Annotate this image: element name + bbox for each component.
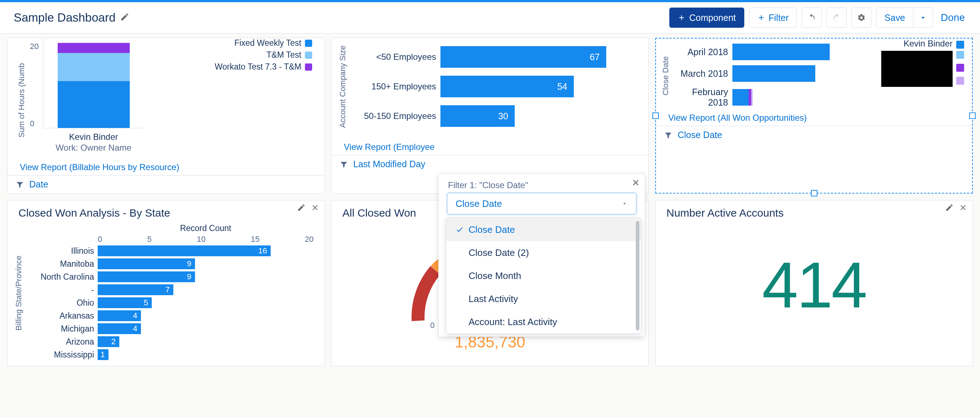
- card-employee-size[interactable]: Account Company Size <50 Employees67 150…: [331, 38, 649, 194]
- popover-option-label: Account: Last Activity: [469, 317, 557, 328]
- c4-row-label: Mississippi: [25, 350, 98, 360]
- legend-item: Fixed Weekly Test: [234, 38, 301, 48]
- popover-option[interactable]: Close Date (2): [446, 241, 641, 264]
- card6-value: 414: [762, 248, 866, 322]
- save-button[interactable]: Save: [876, 8, 913, 28]
- c4-bar[interactable]: 5: [98, 298, 152, 308]
- resize-handle-right[interactable]: [969, 113, 976, 119]
- redo-button[interactable]: [826, 8, 846, 28]
- card1-seg-workato: [58, 43, 130, 53]
- c2-row-label: 150+ Employees: [353, 81, 436, 92]
- card2-rows: <50 Employees67 150+ Employees54 50-150 …: [353, 38, 640, 135]
- undo-button[interactable]: [802, 8, 822, 28]
- popover-menu[interactable]: Close Date Close Date (2) Close Month La…: [446, 218, 641, 334]
- popover-close-icon[interactable]: ✕: [632, 177, 640, 188]
- c4-row: Arizona2: [25, 336, 313, 347]
- card3-legend-title: Kevin Binder: [904, 38, 953, 49]
- card-active-accounts[interactable]: Number Active Accounts 414: [655, 200, 973, 366]
- c4-bar-value: 9: [187, 259, 191, 269]
- tick: 0: [98, 235, 102, 244]
- card3-report-link[interactable]: View Report (All Won Opportunities): [668, 113, 807, 123]
- c4-row: -7: [25, 284, 313, 295]
- popover-option[interactable]: Close Date: [446, 218, 641, 241]
- popover-select[interactable]: Close Date: [447, 193, 636, 214]
- c2-bar[interactable]: 67: [441, 46, 606, 68]
- c4-bar[interactable]: 1: [98, 349, 108, 360]
- c2-bar-value: 67: [590, 52, 600, 62]
- c3-bar[interactable]: [732, 89, 752, 106]
- tick: 10: [197, 235, 205, 244]
- popover-option-label: Last Activity: [469, 293, 518, 304]
- add-filter-button[interactable]: Filter: [749, 8, 797, 28]
- c4-bar-value: 5: [144, 298, 148, 307]
- card-won-opportunities[interactable]: Close Date April 2018 March 2018 Februar…: [655, 38, 973, 194]
- card3-footer-filter[interactable]: Close Date: [656, 126, 972, 144]
- card-edit-icon[interactable]: [297, 203, 305, 212]
- c4-bar[interactable]: 9: [98, 258, 195, 269]
- card2-footer-filter[interactable]: Last Modified Day: [332, 155, 648, 173]
- popover-option-label: Close Date: [469, 224, 515, 236]
- legend-item: T&M Test: [266, 50, 301, 60]
- c4-row-label: Arizona: [25, 337, 98, 347]
- done-button[interactable]: Done: [938, 8, 968, 28]
- legend-swatch: [956, 51, 964, 59]
- c3-bar[interactable]: [732, 65, 815, 82]
- c4-bar-value: 4: [133, 311, 137, 320]
- popover-option[interactable]: Account: Last Activity: [446, 310, 641, 333]
- c4-bar[interactable]: 4: [98, 310, 141, 321]
- settings-button[interactable]: [851, 8, 872, 28]
- card1-filter-name: Date: [29, 179, 48, 189]
- card2-report-link[interactable]: View Report (Employee: [344, 142, 435, 152]
- c3-bar[interactable]: [732, 44, 830, 60]
- card1-y-ticks: 20 0: [30, 42, 38, 128]
- edit-title-icon[interactable]: [120, 12, 129, 23]
- card-close-icon[interactable]: [959, 203, 967, 212]
- legend-swatch: [305, 51, 312, 59]
- popover-option[interactable]: Last Activity: [446, 287, 641, 310]
- add-component-button[interactable]: Component: [669, 8, 744, 28]
- c4-row: Arkansas4: [25, 310, 313, 321]
- popover-option-label: Close Date (2): [469, 247, 529, 258]
- save-dropdown-button[interactable]: [913, 8, 933, 28]
- card3-legend: Kevin Binder: [881, 38, 964, 113]
- add-component-label: Component: [689, 13, 736, 23]
- card3-rows: April 2018 March 2018 February 2018: [670, 38, 877, 113]
- c4-row: Michigan4: [25, 323, 313, 334]
- card-close-icon[interactable]: [311, 203, 319, 212]
- popover-option[interactable]: Close Month: [446, 264, 641, 287]
- card1-plot: [43, 38, 144, 128]
- popover-option-label: Close Month: [469, 270, 521, 282]
- card1-legend: Fixed Weekly Test T&M Test Workato Test …: [215, 38, 312, 74]
- c2-bar[interactable]: 30: [441, 105, 515, 127]
- card4-x-title: Record Count: [98, 223, 313, 233]
- chevron-down-icon: [621, 201, 628, 207]
- card-closed-won-by-state[interactable]: Closed Won Analysis - By State Billing S…: [7, 200, 325, 366]
- card2-y-axis-title: Account Company Size: [338, 45, 347, 128]
- c4-bar[interactable]: 7: [98, 284, 173, 295]
- tick: 15: [251, 235, 259, 244]
- done-label: Done: [941, 12, 965, 24]
- card1-y-axis-title: Sum of Hours (Numb: [16, 63, 28, 138]
- c3-row-label: March 2018: [670, 68, 728, 79]
- c4-row-label: Michigan: [25, 324, 98, 334]
- c4-row-label: North Carolina: [25, 272, 98, 282]
- c4-row: Illinois16: [25, 245, 313, 256]
- card1-report-link[interactable]: View Report (Billable Hours by Resource): [20, 162, 179, 172]
- c4-bar[interactable]: 9: [98, 271, 195, 282]
- card1-stacked-bar[interactable]: [58, 43, 130, 128]
- card-billable-hours[interactable]: Sum of Hours (Numb 20 0 Kevin Binder Wor: [7, 38, 325, 194]
- resize-handle-bottom[interactable]: [811, 190, 818, 196]
- legend-swatch: [956, 77, 964, 85]
- resize-handle-left[interactable]: [652, 113, 659, 119]
- c4-bar-value: 2: [111, 337, 116, 346]
- card-edit-icon[interactable]: [945, 203, 954, 212]
- c2-bar[interactable]: 54: [441, 76, 574, 97]
- card1-footer-filter[interactable]: Date: [8, 175, 325, 193]
- popover-title: Filter 1: "Close Date": [439, 180, 645, 193]
- c4-bar[interactable]: 4: [98, 323, 141, 334]
- c3-row-label: February 2018: [670, 87, 728, 108]
- c4-bar[interactable]: 2: [98, 336, 119, 347]
- c4-bar[interactable]: 16: [98, 245, 271, 256]
- card1-x-label: Kevin Binder: [43, 132, 144, 142]
- legend-item: Workato Test 7.3 - T&M: [215, 62, 301, 72]
